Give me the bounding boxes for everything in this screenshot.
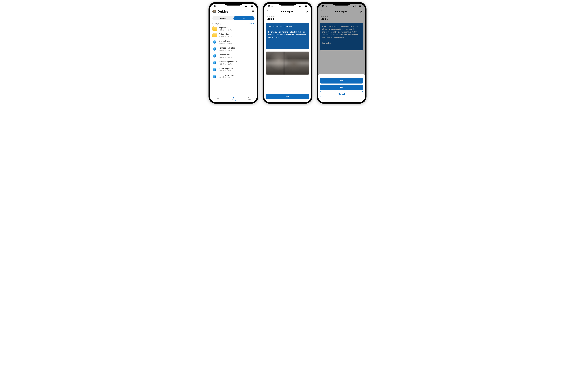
item-date: 2020-12-03 3:32 PM [219, 70, 250, 72]
svg-rect-6 [253, 6, 253, 6]
arrow-right-icon [286, 96, 289, 98]
guide-icon [212, 53, 217, 58]
avatar[interactable] [212, 10, 216, 13]
item-title: Engine Swap [219, 40, 250, 42]
tab-home[interactable]: Home [216, 96, 220, 101]
phone-library: 6:50 Guides Re [209, 2, 258, 103]
home-indicator[interactable] [280, 101, 295, 101]
more-icon[interactable]: ••• [252, 55, 255, 57]
svg-text:3: 3 [306, 12, 307, 13]
guide-icon [212, 74, 217, 79]
tab-more[interactable]: ••• More [248, 97, 251, 100]
page-title: Guides [217, 10, 251, 13]
action-sheet: Yes No Cancel [318, 74, 365, 102]
more-icon[interactable]: ••• [252, 27, 255, 30]
item-title: Harness calibration [219, 47, 250, 49]
svg-rect-3 [247, 5, 247, 7]
guide-icon [212, 67, 217, 72]
more-icon[interactable]: ••• [252, 48, 255, 50]
svg-rect-35 [301, 5, 301, 7]
divider [210, 15, 257, 15]
svg-rect-38 [307, 6, 308, 6]
status-time: 10:28 [268, 5, 273, 7]
home-indicator[interactable] [226, 101, 241, 101]
tab-library[interactable]: Library [232, 96, 236, 101]
status-bar: 10:28 [264, 4, 311, 9]
phone-step3-dialog: 10:28 HVAC repair 123 HVAC repair Step 3… [317, 2, 366, 103]
home-icon [217, 96, 219, 99]
signal-icon [245, 5, 247, 7]
header: Guides [210, 9, 257, 15]
more-icon[interactable]: ••• [252, 34, 255, 36]
item-date: 2021-08-12 1:18 PM [219, 49, 250, 51]
sheet-handle[interactable] [339, 76, 344, 76]
list-item[interactable]: Onboarding 2021-05-19 6:37 AM ••• [210, 32, 257, 39]
list-item[interactable]: Wiring replacement 2020-12-05 1:18 PM ••… [210, 73, 257, 80]
breadcrumb: HVAC repair [266, 15, 309, 17]
step-image[interactable] [266, 51, 309, 74]
svg-rect-37 [305, 6, 307, 6]
step-header: HVAC repair Step 1 [264, 15, 311, 22]
nav-title: HVAC repair [281, 10, 293, 13]
cancel-button[interactable]: Cancel [320, 91, 363, 97]
battery-icon [251, 5, 254, 7]
back-icon[interactable] [266, 10, 268, 13]
sort-by-link[interactable]: Sort by [249, 23, 255, 24]
segment-all[interactable]: All [234, 16, 255, 20]
segment-recent[interactable]: Recent [212, 16, 234, 20]
steps-list-icon[interactable]: 123 [306, 10, 309, 13]
more-icon[interactable]: ••• [252, 75, 255, 78]
more-icon[interactable]: ••• [252, 62, 255, 64]
guide-icon [212, 47, 217, 51]
item-date: 2021-09-21 6:13 AM [219, 43, 250, 44]
list-item[interactable]: Harness calibration 2021-08-12 1:18 PM •… [210, 46, 257, 52]
sort-row: Name (A-Z) ↓ Sort by [210, 22, 257, 25]
svg-rect-34 [301, 6, 301, 7]
list-item[interactable]: Wheel alignment 2020-12-03 3:32 PM ••• [210, 66, 257, 73]
svg-rect-1 [246, 6, 246, 7]
item-date: 2021-05-19 6:37 AM [219, 36, 250, 37]
svg-point-8 [214, 10, 215, 12]
list-item[interactable]: Harness install 2021-08-03 1:38 PM ••• [210, 52, 257, 59]
phone-step1: 10:28 HVAC repair 123 HVAC repair Step 1… [263, 2, 312, 103]
status-bar: 6:50 [210, 4, 257, 9]
more-icon: ••• [248, 97, 250, 98]
status-time: 6:50 [214, 5, 217, 7]
svg-rect-31 [234, 97, 235, 98]
list-item[interactable]: Inspection 2021-11-19 6:13 AM ••• [210, 25, 257, 32]
list-item[interactable]: Engine Swap 2021-09-21 6:13 AM ••• [210, 39, 257, 46]
instruction-card: Turn off the power to the unit. Before y… [266, 23, 309, 49]
library-icon [232, 96, 235, 99]
svg-line-10 [254, 11, 254, 12]
svg-rect-2 [246, 6, 247, 7]
list-item[interactable]: Harness replacement 2021-07-12 4:12 PM •… [210, 59, 257, 66]
item-title: Onboarding [219, 33, 250, 35]
svg-rect-5 [251, 6, 253, 6]
more-icon[interactable]: ••• [252, 41, 255, 43]
search-icon[interactable] [252, 10, 255, 13]
svg-text:1: 1 [306, 10, 307, 11]
item-title: Wheel alignment [219, 68, 250, 70]
item-title: Harness install [219, 54, 250, 56]
status-icons [245, 5, 254, 7]
svg-rect-0 [245, 6, 246, 7]
guides-list[interactable]: Inspection 2021-11-19 6:13 AM ••• Onboar… [210, 25, 257, 94]
no-button[interactable]: No [320, 85, 363, 90]
svg-text:2: 2 [306, 11, 307, 12]
wifi-icon [248, 5, 250, 7]
home-indicator[interactable] [334, 101, 349, 101]
battery-icon [305, 5, 308, 7]
next-button[interactable] [266, 94, 309, 99]
segmented-control: Recent All [212, 16, 255, 20]
svg-rect-33 [300, 6, 300, 7]
item-date: 2020-12-05 1:18 PM [219, 77, 250, 79]
step-title: Step 1 [266, 18, 309, 21]
svg-rect-29 [233, 97, 233, 98]
item-date: 2021-07-12 4:12 PM [219, 63, 250, 65]
yes-button[interactable]: Yes [320, 78, 363, 83]
guide-icon [212, 60, 217, 65]
folder-icon [212, 33, 217, 37]
folder-icon [212, 27, 217, 31]
svg-rect-30 [233, 97, 234, 98]
more-icon[interactable]: ••• [252, 69, 255, 71]
